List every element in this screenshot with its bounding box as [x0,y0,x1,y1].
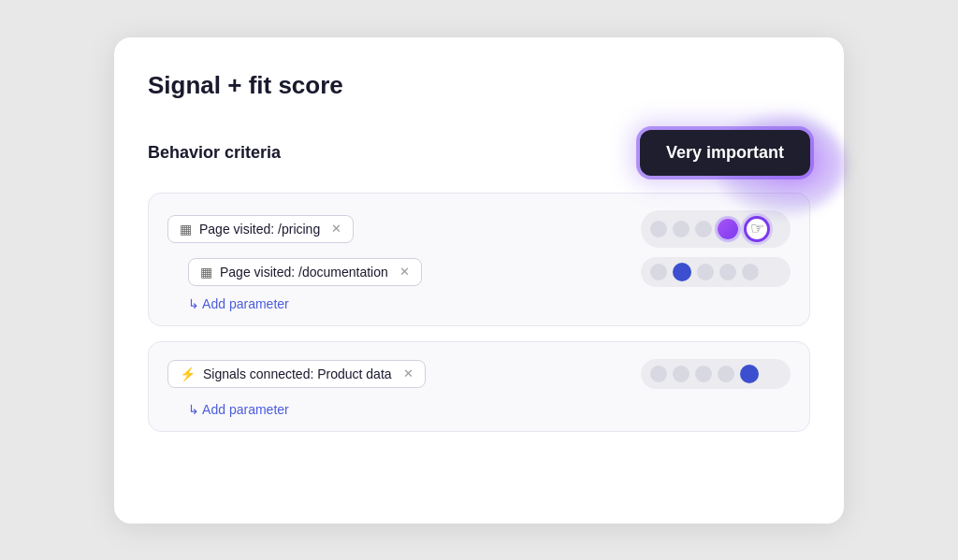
tag-pricing[interactable]: ▦ Page visited: /pricing ✕ [167,215,354,243]
section-label: Behavior criteria [148,143,281,163]
cursor-handle[interactable]: ☞ [744,216,770,242]
tooltip-wrapper: Very important [640,130,810,176]
dot-2 [673,221,689,237]
criteria-row-signals: ⚡ Signals connected: Product data ✕ [167,359,791,389]
section-header: Behavior criteria Very important [148,130,810,176]
sig-dot-3 [695,366,712,382]
add-parameter-link-2[interactable]: ↳ Add parameter [188,402,289,417]
main-card: Signal + fit score Behavior criteria Ver… [114,37,844,524]
dot-3 [695,221,712,237]
signals-icon: ⚡ [180,366,196,381]
criteria-row-pricing: ▦ Page visited: /pricing ✕ ☞ [167,210,791,248]
tag-documentation-label: Page visited: /documentation [220,265,388,280]
add-parameter-link-1[interactable]: ↳ Add parameter [188,296,289,311]
calendar-icon: ▦ [180,222,192,237]
slider-documentation[interactable] [641,257,791,287]
doc-dot-4 [719,264,736,280]
remove-signals-button[interactable]: ✕ [403,366,414,381]
slider-signals[interactable] [641,359,791,389]
dot-1 [650,221,667,237]
criteria-card-pricing: ▦ Page visited: /pricing ✕ ☞ ▦ Page visi… [148,193,810,326]
remove-pricing-button[interactable]: ✕ [331,222,341,236]
calendar-icon-doc: ▦ [200,265,212,280]
slider-pricing[interactable]: ☞ [641,210,791,248]
tag-documentation[interactable]: ▦ Page visited: /documentation ✕ [188,258,422,286]
sig-dot-4 [718,366,734,382]
sig-dot-5-blue [740,365,759,383]
dot-4-purple [718,219,738,239]
tag-signals[interactable]: ⚡ Signals connected: Product data ✕ [167,360,426,388]
criteria-row-documentation: ▦ Page visited: /documentation ✕ [188,257,791,287]
sig-dot-2 [673,366,689,382]
tooltip-bubble: Very important [640,130,810,176]
doc-dot-3 [697,264,714,280]
page-title: Signal + fit score [148,71,810,100]
remove-documentation-button[interactable]: ✕ [399,265,410,279]
criteria-card-signals: ⚡ Signals connected: Product data ✕ ↳ Ad… [148,341,810,432]
doc-dot-2-blue [673,263,691,281]
tag-signals-label: Signals connected: Product data [203,366,392,381]
tag-pricing-label: Page visited: /pricing [199,222,320,237]
sig-dot-1 [650,366,667,382]
doc-dot-5 [742,264,759,280]
doc-dot-1 [650,264,667,280]
